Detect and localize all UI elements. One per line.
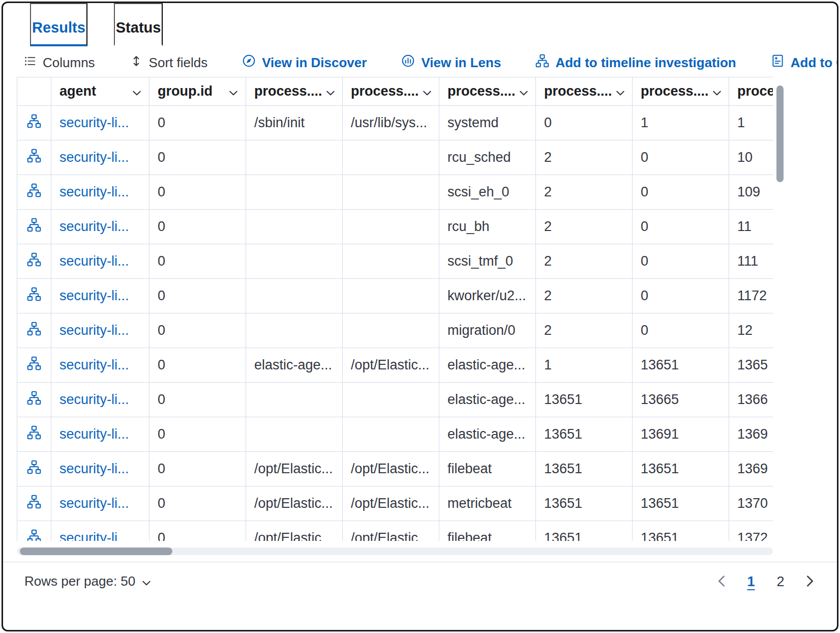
- chevron-down-icon[interactable]: [133, 83, 141, 99]
- data-grid: agentgroup.idprocess....process....proce…: [17, 77, 773, 541]
- page-1-button[interactable]: 1: [745, 574, 757, 590]
- vertical-scrollbar[interactable]: [776, 80, 784, 540]
- grid-toolbar: Columns Sort fields View in Discover Vie…: [23, 50, 825, 75]
- column-header-process[interactable]: process....: [633, 77, 729, 106]
- analyze-event-icon: [27, 391, 41, 409]
- column-header-label: process....: [254, 83, 322, 99]
- data-cell: 0: [633, 244, 729, 279]
- data-cell: 1172: [729, 279, 773, 313]
- column-header-label: process....: [544, 83, 612, 99]
- data-cell: 0: [149, 383, 246, 417]
- column-header-label: agent: [59, 83, 96, 99]
- data-cell: 13651: [633, 486, 729, 521]
- data-cell: filebeat: [439, 452, 536, 486]
- data-cell: [343, 210, 439, 244]
- analyze-event-button[interactable]: [17, 348, 51, 383]
- agent-link[interactable]: security-li...: [51, 175, 149, 210]
- column-header-process[interactable]: process....: [439, 77, 536, 106]
- analyze-event-icon: [27, 425, 41, 443]
- chevron-down-icon[interactable]: [423, 83, 431, 99]
- page-2-button[interactable]: 2: [775, 574, 786, 590]
- view-in-discover-button[interactable]: View in Discover: [242, 54, 367, 71]
- analyze-event-icon: [27, 149, 41, 166]
- column-header-process[interactable]: process....: [246, 77, 343, 106]
- agent-link[interactable]: security-li...: [51, 521, 149, 541]
- data-cell: [343, 244, 439, 279]
- tab-results[interactable]: Results: [30, 3, 87, 46]
- analyze-event-button[interactable]: [17, 140, 51, 175]
- chevron-down-icon[interactable]: [326, 83, 335, 99]
- chevron-down-icon[interactable]: [616, 83, 624, 99]
- agent-link[interactable]: security-li...: [51, 279, 149, 313]
- agent-link[interactable]: security-li...: [51, 383, 149, 417]
- agent-link[interactable]: security-li...: [51, 417, 149, 452]
- data-cell: [343, 175, 439, 210]
- vertical-scrollbar-thumb[interactable]: [776, 85, 784, 182]
- column-header-agent[interactable]: agent: [51, 77, 149, 106]
- data-cell: rcu_sched: [439, 140, 536, 175]
- agent-link[interactable]: security-li...: [51, 244, 149, 279]
- next-page-button[interactable]: [804, 573, 816, 590]
- analyze-event-button[interactable]: [17, 244, 51, 279]
- data-cell: /sbin/init: [246, 106, 343, 140]
- analyze-event-button[interactable]: [17, 383, 51, 417]
- table-row: security-li...0elastic-age.../opt/Elasti…: [17, 348, 773, 383]
- rows-per-page-button[interactable]: Rows per page: 50: [24, 573, 151, 589]
- agent-link[interactable]: security-li...: [51, 140, 149, 175]
- analyze-event-button[interactable]: [17, 175, 51, 210]
- data-cell: 0: [149, 140, 246, 175]
- data-cell: 0: [149, 279, 246, 313]
- sort-fields-button[interactable]: Sort fields: [130, 54, 208, 71]
- analyze-event-button[interactable]: [17, 210, 51, 244]
- column-header-proce[interactable]: proce: [729, 77, 773, 106]
- tab-bar: Results Status: [30, 3, 163, 46]
- agent-link[interactable]: security-li...: [51, 210, 149, 244]
- chevron-down-icon[interactable]: [520, 83, 528, 99]
- data-cell: 0: [149, 313, 246, 348]
- data-cell: 11: [729, 210, 773, 244]
- data-cell: /opt/Elastic...: [343, 486, 439, 521]
- data-cell: kworker/u2...: [439, 279, 536, 313]
- data-cell: [343, 417, 439, 452]
- agent-link[interactable]: security-li...: [51, 452, 149, 486]
- analyze-event-button[interactable]: [17, 279, 51, 313]
- analyze-event-button[interactable]: [17, 486, 51, 521]
- agent-link[interactable]: security-li...: [51, 348, 149, 383]
- view-in-lens-button[interactable]: View in Lens: [401, 54, 501, 71]
- data-cell: 2: [536, 175, 633, 210]
- analyze-event-icon: [27, 218, 41, 236]
- data-cell: 0: [149, 521, 246, 541]
- analyze-event-button[interactable]: [17, 106, 51, 140]
- chevron-down-icon[interactable]: [229, 83, 237, 99]
- data-cell: 0: [149, 175, 246, 210]
- table-row: security-li...0scsi_tmf_020111: [17, 244, 773, 279]
- add-to-case-button[interactable]: Add to Case: [771, 54, 838, 71]
- chevron-down-icon[interactable]: [713, 83, 721, 99]
- data-cell: 109: [729, 175, 773, 210]
- table-row: security-li...0/opt/Elastic.../opt/Elast…: [17, 486, 773, 521]
- analyze-event-button[interactable]: [17, 417, 51, 452]
- analyze-event-button[interactable]: [17, 313, 51, 348]
- data-cell: 0: [149, 210, 246, 244]
- analyze-event-button[interactable]: [17, 521, 51, 541]
- add-to-timeline-button[interactable]: Add to timeline investigation: [535, 54, 736, 71]
- agent-link[interactable]: security-li...: [51, 313, 149, 348]
- column-header-label: proce: [737, 83, 773, 99]
- column-header-label: process....: [447, 83, 516, 99]
- data-cell: elastic-age...: [246, 348, 343, 383]
- tab-status[interactable]: Status: [114, 3, 163, 46]
- column-header-process[interactable]: process....: [343, 77, 439, 106]
- previous-page-button[interactable]: [716, 573, 727, 590]
- data-cell: elastic-age...: [439, 383, 536, 417]
- column-header-groupid[interactable]: group.id: [149, 77, 246, 106]
- columns-label: Columns: [43, 55, 95, 71]
- columns-button[interactable]: Columns: [23, 54, 95, 71]
- column-header-process[interactable]: process....: [536, 77, 633, 106]
- analyze-event-icon: [27, 287, 41, 305]
- analyze-event-button[interactable]: [17, 452, 51, 486]
- agent-link[interactable]: security-li...: [51, 486, 149, 521]
- agent-link[interactable]: security-li...: [51, 106, 149, 140]
- data-cell: /usr/lib/sys...: [343, 106, 439, 140]
- horizontal-scrollbar-thumb[interactable]: [20, 548, 172, 555]
- horizontal-scrollbar[interactable]: [17, 548, 773, 555]
